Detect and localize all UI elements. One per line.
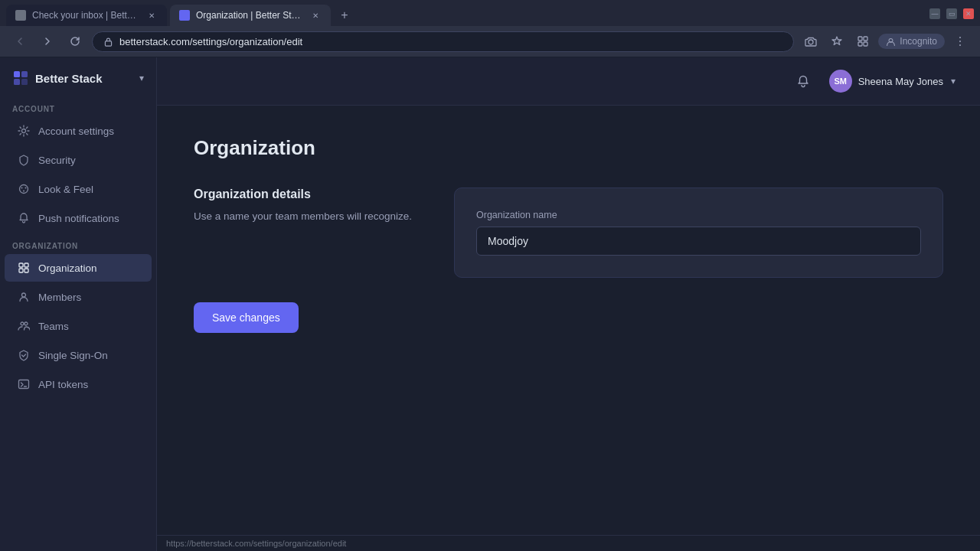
- sidebar-chevron[interactable]: ▾: [139, 73, 144, 83]
- maximize-button[interactable]: ▭: [946, 8, 957, 19]
- svg-rect-5: [864, 42, 867, 46]
- org-name-input[interactable]: [476, 227, 921, 256]
- svg-point-7: [959, 37, 961, 38]
- tab-label-org: Organization | Better Stack: [196, 10, 303, 21]
- tab-close-org[interactable]: ✕: [309, 9, 322, 21]
- svg-rect-3: [864, 37, 867, 41]
- tab-inbox[interactable]: Check your inbox | Better Stack ✕: [6, 5, 167, 26]
- svg-rect-2: [858, 37, 862, 41]
- svg-point-8: [959, 41, 961, 42]
- back-button[interactable]: [9, 31, 31, 52]
- shield-icon: [17, 153, 31, 167]
- svg-point-18: [23, 191, 24, 192]
- palette-icon: [17, 182, 31, 196]
- svg-rect-11: [21, 71, 28, 77]
- sidebar-item-members[interactable]: Members: [5, 283, 152, 311]
- section-title: Organization details: [194, 187, 423, 201]
- forward-button[interactable]: [37, 31, 58, 52]
- save-changes-button[interactable]: Save changes: [194, 302, 299, 333]
- terminal-icon: [17, 377, 31, 391]
- incognito-label: Incognito: [900, 36, 937, 47]
- sidebar-label-push-notifications: Push notifications: [38, 213, 119, 224]
- tab-close-inbox[interactable]: ✕: [145, 9, 158, 21]
- sidebar-header: Better Stack ▾: [0, 57, 156, 96]
- tab-label-inbox: Check your inbox | Better Stack: [32, 10, 139, 21]
- lock-icon: [103, 37, 113, 47]
- bell-icon: [17, 211, 31, 225]
- svg-point-9: [959, 44, 961, 46]
- main-content: Organization Organization details Use a …: [157, 106, 980, 535]
- notification-bell[interactable]: [789, 67, 817, 95]
- logo[interactable]: Better Stack: [12, 70, 103, 86]
- status-bar: https://betterstack.com/settings/organiz…: [157, 535, 980, 551]
- svg-rect-12: [14, 79, 20, 85]
- sidebar-item-push-notifications[interactable]: Push notifications: [5, 204, 152, 232]
- org-name-label: Organization name: [476, 210, 921, 220]
- sidebar-label-account-settings: Account settings: [38, 126, 114, 137]
- bookmark-star-btn[interactable]: [826, 31, 848, 52]
- extensions-btn[interactable]: [852, 31, 874, 52]
- svg-point-24: [21, 322, 24, 325]
- logo-icon: [12, 70, 29, 86]
- svg-rect-19: [19, 263, 23, 267]
- sidebar-label-members: Members: [38, 292, 81, 303]
- url-display: betterstack.com/settings/organization/ed…: [119, 36, 302, 47]
- sidebar-item-teams[interactable]: Teams: [5, 312, 152, 340]
- app-top-bar: SM Sheena May Jones ▾: [157, 57, 980, 106]
- status-url: https://betterstack.com/settings/organiz…: [166, 539, 346, 548]
- new-tab-button[interactable]: +: [334, 5, 355, 26]
- org-section: Organization details Use a name your tea…: [194, 187, 943, 278]
- svg-rect-22: [24, 269, 28, 272]
- svg-point-15: [20, 185, 28, 194]
- grid-icon: [17, 261, 31, 275]
- sidebar-item-sso[interactable]: Single Sign-On: [5, 341, 152, 369]
- svg-rect-20: [24, 263, 28, 267]
- tab-organization[interactable]: Organization | Better Stack ✕: [170, 5, 331, 26]
- user-menu[interactable]: SM Sheena May Jones ▾: [823, 67, 962, 96]
- sidebar-label-organization: Organization: [38, 262, 97, 274]
- svg-rect-21: [19, 269, 23, 272]
- svg-point-23: [22, 293, 26, 297]
- page-title: Organization: [194, 136, 943, 160]
- close-window-button[interactable]: ✕: [963, 8, 974, 19]
- incognito-badge: Incognito: [878, 34, 945, 49]
- avatar: SM: [829, 70, 852, 93]
- user-chevron: ▾: [951, 76, 956, 86]
- svg-point-25: [24, 322, 28, 325]
- account-section-label: ACCOUNT: [0, 96, 156, 116]
- svg-rect-13: [21, 79, 28, 85]
- sidebar-label-look-feel: Look & Feel: [38, 184, 93, 195]
- sidebar-item-account-settings[interactable]: Account settings: [5, 117, 152, 145]
- svg-point-14: [22, 129, 26, 133]
- user-name: Sheena May Jones: [858, 76, 943, 87]
- sidebar-label-api-tokens: API tokens: [38, 379, 88, 390]
- reload-button[interactable]: [64, 31, 86, 52]
- svg-point-17: [25, 187, 27, 189]
- org-form-panel: Organization name: [454, 187, 943, 278]
- camera-icon-btn[interactable]: [800, 31, 822, 52]
- org-name-field: Organization name: [476, 210, 921, 256]
- address-bar[interactable]: betterstack.com/settings/organization/ed…: [92, 31, 794, 52]
- menu-btn[interactable]: [949, 31, 971, 52]
- svg-rect-0: [105, 41, 111, 46]
- tab-favicon-org: [179, 10, 190, 21]
- sidebar-label-security: Security: [38, 155, 76, 166]
- sidebar-item-look-feel[interactable]: Look & Feel: [5, 175, 152, 203]
- sidebar-label-teams: Teams: [38, 321, 69, 332]
- tab-favicon-inbox: [15, 10, 26, 21]
- minimize-button[interactable]: —: [929, 8, 940, 19]
- sidebar-item-api-tokens[interactable]: API tokens: [5, 370, 152, 398]
- svg-point-1: [808, 40, 813, 44]
- org-description: Organization details Use a name your tea…: [194, 187, 423, 224]
- gear-icon: [17, 124, 31, 138]
- shield-check-icon: [17, 348, 31, 362]
- sidebar-item-organization[interactable]: Organization: [5, 254, 152, 282]
- svg-point-16: [21, 187, 23, 189]
- sidebar-label-sso: Single Sign-On: [38, 350, 108, 361]
- incognito-icon: [886, 37, 896, 47]
- person-icon: [17, 290, 31, 304]
- sidebar-item-security[interactable]: Security: [5, 146, 152, 174]
- svg-rect-10: [14, 71, 20, 77]
- svg-rect-4: [858, 42, 862, 46]
- sidebar: Better Stack ▾ ACCOUNT Account settings …: [0, 57, 157, 551]
